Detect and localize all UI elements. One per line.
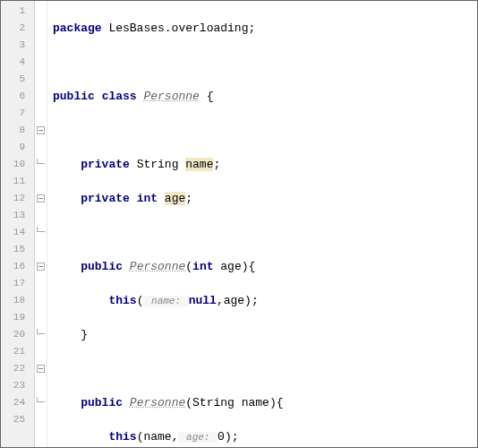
code-line[interactable]: public Personne(String name){	[53, 394, 477, 411]
keyword-private: private	[81, 158, 130, 171]
code-line[interactable]	[53, 360, 477, 377]
line-number: 11	[1, 173, 34, 190]
line-number: 20	[1, 326, 34, 343]
brace: {	[249, 260, 256, 273]
keyword-private: private	[81, 192, 130, 205]
line-number: 5	[1, 71, 34, 88]
line-number: 21	[1, 343, 34, 360]
fold-icon[interactable]	[37, 194, 45, 202]
package-path: LesBases.overloading;	[102, 22, 256, 35]
field-name-highlight: name	[185, 158, 213, 171]
line-number: 25	[1, 411, 34, 428]
type-string: String	[130, 158, 185, 171]
code-line[interactable]: package LesBases.overloading;	[53, 20, 477, 37]
line-number: 10	[1, 156, 34, 173]
keyword-public: public	[53, 90, 95, 103]
line-number: 13	[1, 207, 34, 224]
field-age-highlight: age	[165, 192, 185, 205]
fold-end-icon	[37, 397, 45, 402]
param: age)	[213, 260, 248, 273]
code-line[interactable]: this( name: null,age);	[53, 292, 477, 309]
line-number: 2	[1, 20, 34, 37]
line-number: 14	[1, 224, 34, 241]
code-line[interactable]	[53, 224, 477, 241]
line-number: 1	[1, 3, 34, 20]
code-line[interactable]: public Personne(int age){	[53, 258, 477, 275]
code-line[interactable]: private String name;	[53, 156, 477, 173]
fold-end-icon	[37, 159, 45, 164]
param-hint-name: name:	[143, 296, 188, 306]
line-number-gutter: 1 2 3 4 5 6 7 8 9 10 11 12 13 14 15 16 1…	[1, 1, 35, 447]
code-line[interactable]	[53, 122, 477, 139]
keyword-package: package	[53, 22, 102, 35]
code-editor[interactable]: 1 2 3 4 5 6 7 8 9 10 11 12 13 14 15 16 1…	[1, 1, 477, 447]
constructor-name: Personne	[130, 396, 185, 409]
code-area[interactable]: package LesBases.overloading; public cla…	[47, 1, 477, 447]
keyword-this: this	[108, 294, 136, 307]
fold-icon[interactable]	[37, 263, 45, 271]
code-line[interactable]	[53, 54, 477, 71]
params: (String name){	[185, 396, 283, 409]
keyword-this: this	[108, 430, 136, 444]
fold-end-icon	[37, 329, 45, 334]
line-number: 19	[1, 309, 34, 326]
fold-icon[interactable]	[37, 365, 45, 373]
line-number: 9	[1, 139, 34, 156]
code-line[interactable]: public class Personne {	[53, 88, 477, 105]
code-line[interactable]: this(name, age: 0);	[53, 428, 477, 445]
line-number: 7	[1, 105, 34, 122]
code-line[interactable]: private int age;	[53, 190, 477, 207]
constructor-name: Personne	[130, 260, 185, 273]
fold-icon[interactable]	[37, 126, 45, 134]
line-number: 18	[1, 292, 34, 309]
brace: {	[200, 90, 214, 103]
line-number: 3	[1, 37, 34, 54]
semicolon: ;	[185, 192, 192, 205]
args: ,age);	[217, 294, 259, 307]
paren: );	[225, 430, 239, 444]
line-number: 24	[1, 394, 34, 411]
keyword-class: class	[102, 90, 137, 103]
line-number: 17	[1, 275, 34, 292]
line-number: 6	[1, 88, 34, 105]
line-number: 4	[1, 54, 34, 71]
line-number: 15	[1, 241, 34, 258]
semicolon: ;	[213, 158, 220, 171]
paren: (	[185, 260, 192, 273]
keyword-public: public	[81, 396, 123, 409]
param-hint-age: age:	[178, 432, 218, 443]
keyword-int: int	[192, 260, 213, 273]
keyword-int: int	[130, 192, 165, 205]
args: (name,	[137, 430, 179, 444]
code-line[interactable]: }	[53, 326, 477, 343]
line-number: 22	[1, 360, 34, 377]
line-number: 12	[1, 190, 34, 207]
keyword-null: null	[189, 294, 217, 307]
line-number: 16	[1, 258, 34, 275]
line-number: 23	[1, 377, 34, 394]
brace: }	[81, 328, 88, 341]
fold-gutter	[35, 1, 47, 447]
fold-end-icon	[37, 227, 45, 232]
class-name: Personne	[143, 90, 199, 103]
literal-zero: 0	[218, 430, 225, 444]
keyword-public: public	[81, 260, 123, 273]
line-number: 8	[1, 122, 34, 139]
